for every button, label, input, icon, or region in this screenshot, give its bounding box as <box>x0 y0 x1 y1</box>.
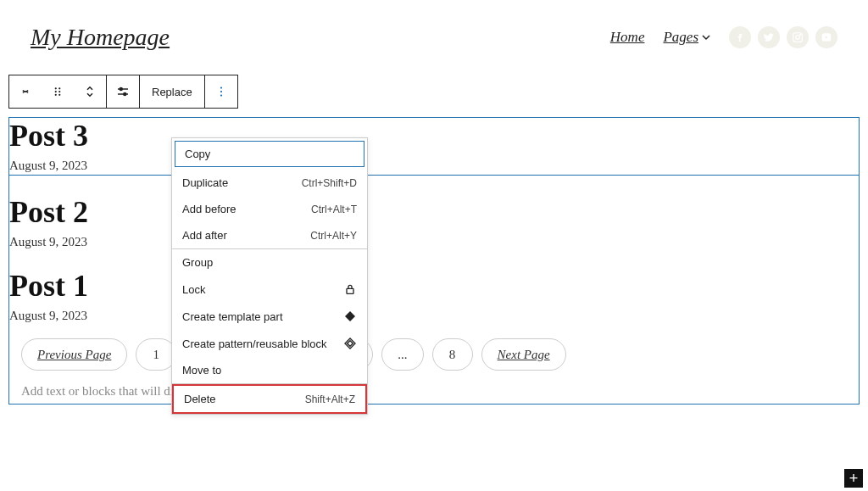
move-button[interactable] <box>74 75 106 108</box>
menu-delete-shortcut: Shift+Alt+Z <box>305 393 355 405</box>
sliders-icon <box>115 84 131 99</box>
svg-point-14 <box>220 91 222 92</box>
post-title[interactable]: Post 1 <box>9 268 859 304</box>
diamond-filled-icon <box>343 310 357 323</box>
nav-area: Home Pages <box>610 26 837 48</box>
svg-point-7 <box>55 94 57 96</box>
block-context-menu: Copy Duplicate Ctrl+Shift+D Add before C… <box>171 137 368 415</box>
replace-button[interactable]: Replace <box>140 77 204 107</box>
svg-point-4 <box>58 87 60 89</box>
menu-create-pattern[interactable]: Create pattern/reusable block <box>172 330 367 357</box>
twitter-icon[interactable] <box>758 26 780 48</box>
menu-duplicate-shortcut: Ctrl+Shift+D <box>302 177 357 189</box>
menu-add-after-shortcut: Ctrl+Alt+Y <box>310 230 357 242</box>
add-block-button[interactable]: + <box>844 469 863 488</box>
selected-post-block[interactable]: Post 3 August 9, 2023 <box>9 118 859 176</box>
block-type-button[interactable] <box>9 75 42 108</box>
menu-delete[interactable]: Delete Shift+Alt+Z <box>174 386 365 412</box>
site-title[interactable]: My Homepage <box>31 24 170 51</box>
menu-copy-label: Copy <box>185 148 210 160</box>
svg-point-5 <box>55 91 57 92</box>
block-toolbar: Replace <box>8 75 238 109</box>
prev-page-button[interactable]: Previous Page <box>21 338 127 371</box>
menu-duplicate[interactable]: Duplicate Ctrl+Shift+D <box>172 170 367 196</box>
site-header: My Homepage Home Pages <box>0 0 868 75</box>
social-icons <box>729 26 837 48</box>
svg-point-11 <box>120 88 122 91</box>
svg-point-2 <box>800 34 801 35</box>
nav-pages-wrap[interactable]: Pages <box>663 29 710 46</box>
settings-button[interactable] <box>107 75 139 108</box>
svg-point-6 <box>58 91 60 92</box>
nav-links: Home Pages <box>610 29 710 46</box>
lock-icon <box>343 282 357 296</box>
menu-group[interactable]: Group <box>172 249 367 276</box>
menu-add-after[interactable]: Add after Ctrl+Alt+Y <box>172 222 367 248</box>
menu-create-template[interactable]: Create template part <box>172 303 367 330</box>
svg-point-3 <box>55 87 57 89</box>
menu-move-to-label: Move to <box>182 364 221 377</box>
post-date: August 9, 2023 <box>9 235 859 249</box>
loop-icon <box>18 84 33 99</box>
plus-icon: + <box>849 470 859 488</box>
page-8-button[interactable]: 8 <box>432 338 473 371</box>
post-title[interactable]: Post 3 <box>9 118 859 153</box>
menu-copy[interactable]: Copy <box>175 141 364 167</box>
menu-duplicate-label: Duplicate <box>182 176 228 189</box>
menu-move-to[interactable]: Move to <box>172 357 367 383</box>
facebook-icon[interactable] <box>729 26 751 48</box>
menu-add-before-shortcut: Ctrl+Alt+T <box>311 204 357 215</box>
drag-icon <box>50 84 65 99</box>
menu-delete-section: Delete Shift+Alt+Z <box>172 384 367 414</box>
menu-create-template-label: Create template part <box>182 310 283 323</box>
menu-lock[interactable]: Lock <box>172 276 367 303</box>
post-block[interactable]: Post 2 August 9, 2023 <box>9 194 859 249</box>
drag-handle-button[interactable] <box>42 75 74 108</box>
page-ellipsis: ... <box>381 338 423 371</box>
svg-point-15 <box>220 94 222 96</box>
post-block[interactable]: Post 1 August 9, 2023 <box>9 268 859 323</box>
youtube-icon[interactable] <box>815 26 837 48</box>
menu-delete-label: Delete <box>184 393 216 405</box>
no-results-placeholder[interactable]: Add text or blocks that will display whe… <box>9 379 859 404</box>
svg-point-8 <box>58 94 60 96</box>
menu-lock-label: Lock <box>182 283 205 296</box>
chevron-down-icon <box>702 33 710 42</box>
nav-pages: Pages <box>663 29 698 46</box>
menu-group-label: Group <box>182 256 213 269</box>
post-date: August 9, 2023 <box>9 159 859 173</box>
menu-create-pattern-label: Create pattern/reusable block <box>182 338 327 350</box>
menu-add-before[interactable]: Add before Ctrl+Alt+T <box>172 196 367 222</box>
post-date: August 9, 2023 <box>9 309 859 323</box>
svg-point-13 <box>220 86 222 88</box>
more-options-button[interactable] <box>205 75 237 108</box>
svg-point-1 <box>796 36 800 40</box>
svg-point-12 <box>124 93 126 96</box>
next-page-button[interactable]: Next Page <box>481 338 566 371</box>
menu-add-after-label: Add after <box>182 229 227 242</box>
more-vertical-icon <box>214 84 229 99</box>
query-block[interactable]: Post 3 August 9, 2023 Post 2 August 9, 2… <box>8 117 860 405</box>
post-title[interactable]: Post 2 <box>9 194 859 230</box>
diamond-outline-icon <box>343 337 357 350</box>
svg-rect-16 <box>347 288 353 293</box>
move-updown-icon <box>82 84 97 99</box>
instagram-icon[interactable] <box>787 26 809 48</box>
pagination: Previous Page 1 2 3 4 5 ... 8 Next Page <box>9 323 859 379</box>
menu-add-before-label: Add before <box>182 203 236 215</box>
nav-home[interactable]: Home <box>610 29 645 46</box>
